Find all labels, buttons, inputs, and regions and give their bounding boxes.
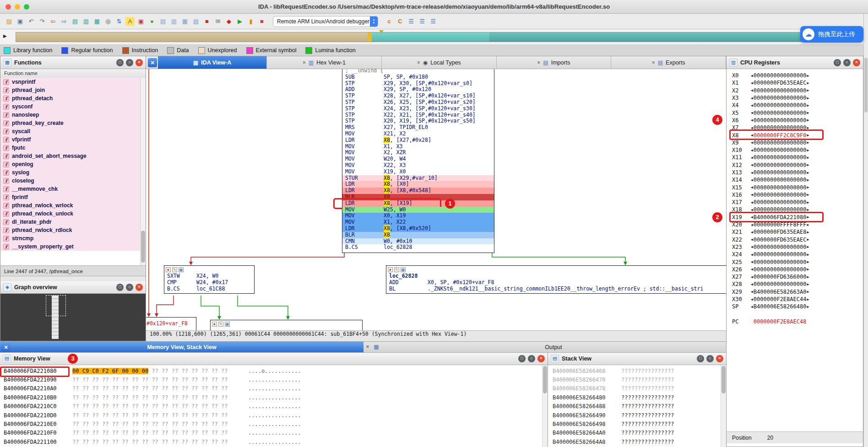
register-value[interactable]: B400006FDA221080 (754, 214, 807, 221)
open-views-icon[interactable]: ▤ (71, 17, 80, 26)
value-next-icon[interactable]: ▶ (807, 297, 809, 302)
function-list-item[interactable]: f pthread_join (0, 86, 140, 94)
function-list-item[interactable]: f pthread_key_create (0, 119, 140, 127)
window-scrollbar[interactable] (863, 14, 868, 447)
open-file-icon[interactable]: ▨ (5, 17, 14, 26)
register-row[interactable]: X6◀0000000000000000▶ (727, 117, 863, 124)
graph-view[interactable]: ; __unwind { SUBSP, SP, #0x180 STPX29, X… (146, 69, 726, 331)
register-value[interactable]: 0000000000000000 (754, 72, 807, 79)
register-row[interactable]: X14◀0000000000000000▶ (727, 176, 863, 183)
panel-pin-button[interactable]: ○ (843, 59, 851, 66)
asm-line[interactable]: ADDX0, SP, #0x120+var_F8 (386, 280, 726, 286)
register-row[interactable]: X29◀B400006E582663A0▶ (727, 288, 863, 296)
value-prev-icon[interactable]: ◀ (751, 126, 753, 130)
dock-close-button[interactable]: ✕ (148, 58, 157, 67)
panel-pin-button[interactable]: ○ (528, 355, 535, 362)
node-edit-icon[interactable]: ✎ (172, 267, 177, 272)
value-next-icon[interactable]: ▶ (807, 96, 809, 100)
register-value[interactable]: 0000000000000000 (754, 117, 807, 124)
value-next-icon[interactable]: ▶ (807, 193, 809, 197)
register-value[interactable]: 0000000000000000 (754, 110, 807, 116)
register-row[interactable]: X27◀0000000FD6366000▶ (727, 273, 863, 280)
value-next-icon[interactable]: ▶ (807, 185, 809, 189)
window-tile-icon[interactable]: ▦ (180, 17, 190, 26)
combo-stepper-icon[interactable]: ▲▼ (370, 16, 378, 27)
register-value[interactable]: 0000000000000000 (754, 199, 807, 205)
panel-close-button[interactable]: ✕ (853, 59, 860, 66)
memory-stack-dock-tab[interactable]: ✕ Memory View, Stack View (0, 342, 363, 352)
view-tab[interactable]: × ▦ IDA View-A (158, 56, 267, 69)
node-color-icon[interactable]: ▦ (225, 322, 230, 327)
tab-close-icon[interactable]: × (417, 59, 420, 66)
value-prev-icon[interactable]: ◀ (751, 245, 753, 249)
register-row[interactable]: X1◀0000000FD635EAEC▶ (727, 79, 863, 86)
memory-bytes[interactable]: ?? ?? ?? ?? ?? ?? ?? ?? ?? ?? ?? ?? ?? ?… (72, 394, 248, 401)
panel-menu-button[interactable]: □ (834, 59, 841, 66)
value-next-icon[interactable]: ▶ (807, 208, 809, 212)
node-breakpoint-icon[interactable]: ● (166, 267, 171, 272)
asm-line[interactable]: MOVX0, X19 (342, 213, 494, 219)
memory-row[interactable]: B400006FDA2210D0?? ?? ?? ?? ?? ?? ?? ?? … (0, 411, 542, 420)
window-list-icon[interactable]: ▤ (158, 17, 168, 26)
node-edit-icon[interactable]: ✎ (218, 322, 223, 327)
value-prev-icon[interactable]: ◀ (751, 185, 753, 189)
asm-line[interactable]: STPX20, X19, [SP,#0x120+var_s50] (342, 118, 494, 124)
tab-close-icon[interactable]: × (652, 59, 655, 66)
value-next-icon[interactable]: ▶ (807, 111, 809, 115)
memory-bytes[interactable]: ?? ?? ?? ?? ?? ?? ?? ?? ?? ?? ?? ?? ?? ?… (72, 430, 248, 436)
memory-row[interactable]: B400006FDA2210E0?? ?? ?? ?? ?? ?? ?? ?? … (0, 420, 542, 428)
tab-close-icon[interactable]: × (303, 59, 306, 66)
value-next-icon[interactable]: ▶ (807, 156, 809, 160)
register-row[interactable]: X9◀0000000000000000▶ (727, 139, 863, 146)
register-row[interactable]: X18◀0000000000000000▶ (727, 206, 863, 213)
register-row[interactable]: X15◀0000000000000000▶ (727, 183, 863, 191)
memory-row[interactable]: B400006FDA2210F0?? ?? ?? ?? ?? ?? ?? ?? … (0, 429, 542, 437)
panel-menu-button[interactable]: □ (116, 59, 124, 66)
register-value[interactable]: 0000000000000000 (754, 192, 807, 198)
register-row[interactable]: X0◀0000000000000000▶ (727, 72, 863, 79)
asm-line[interactable]: MOVX19, X0 (342, 169, 494, 175)
memory-scrollbar[interactable] (542, 365, 548, 447)
register-value[interactable]: 00000000FFFF8FFF (754, 221, 807, 228)
panel-menu-button[interactable]: □ (697, 355, 704, 362)
value-prev-icon[interactable]: ◀ (751, 290, 753, 294)
desktop-icon[interactable]: ▦ (92, 17, 102, 26)
asm-line[interactable]: MRSX27, TPIDR_EL0 (342, 124, 494, 131)
value-next-icon[interactable]: ▶ (807, 126, 809, 130)
register-value[interactable]: 0000000000000000 (754, 162, 807, 168)
register-value[interactable]: 0000000000000000 (754, 281, 807, 287)
function-list-item[interactable]: f pthread_rwlock_unlock (0, 210, 140, 218)
node-color-icon[interactable]: ▦ (179, 267, 184, 272)
asm-line[interactable]: LDRX8, [X19] (342, 200, 494, 207)
function-list-item[interactable]: f openlog (0, 160, 140, 168)
register-row[interactable]: X25◀0000000000000000▶ (727, 258, 863, 265)
stack-scrollbar[interactable] (721, 365, 726, 447)
asm-line[interactable]: STURX8, [X29,#var_10] (342, 175, 494, 182)
window-grid-icon[interactable]: ▥ (169, 17, 179, 26)
value-prev-icon[interactable]: ◀ (751, 118, 753, 122)
panel-pin-button[interactable]: ○ (126, 284, 133, 291)
memory-row[interactable]: B400006FDA221100?? ?? ?? ?? ?? ?? ?? ?? … (0, 437, 542, 446)
breakpoint-icon[interactable]: ◆ (224, 17, 233, 26)
asm-line[interactable]: BL._ZNKSt6__ndk121__basic_string_commonI… (386, 286, 726, 292)
debugger-select[interactable]: Remote ARM Linux/Android debugger ▲▼ (273, 16, 378, 27)
function-list-item[interactable]: f __system_property_get (0, 242, 140, 251)
register-row[interactable]: X13◀0000000000000000▶ (727, 169, 863, 176)
register-row[interactable]: X5◀0000000000000000▶ (727, 109, 863, 116)
register-row[interactable]: X16◀0000000000000000▶ (727, 191, 863, 199)
asm-line[interactable]: LDRX8, [X8,#0x520] (342, 226, 494, 232)
register-value[interactable]: 0000000000000000 (754, 206, 807, 213)
value-next-icon[interactable]: ▶ (807, 260, 809, 264)
value-prev-icon[interactable]: ◀ (751, 253, 753, 257)
value-next-icon[interactable]: ▶ (807, 200, 809, 205)
memory-bytes[interactable]: ?? ?? ?? ?? ?? ?? ?? ?? ?? ?? ?? ?? ?? ?… (72, 385, 248, 392)
function-list-item[interactable]: f fputc (0, 144, 140, 152)
panel-close-button[interactable]: ✕ (716, 355, 723, 362)
memory-bytes[interactable]: ?? ?? ?? ?? ?? ?? ?? ?? ?? ?? ?? ?? ?? ?… (72, 412, 248, 419)
stack-row[interactable]: B400006E58266498???????????????? (548, 420, 721, 428)
register-row[interactable]: X7◀0000000000000000▶ (727, 124, 863, 131)
view-tab[interactable]: × ▤ Imports (497, 56, 612, 69)
scrollbar-thumb[interactable] (141, 231, 145, 263)
pause-icon[interactable]: ▮ (246, 17, 255, 26)
asm-line[interactable]: B.CSloc_62828 (342, 244, 494, 251)
